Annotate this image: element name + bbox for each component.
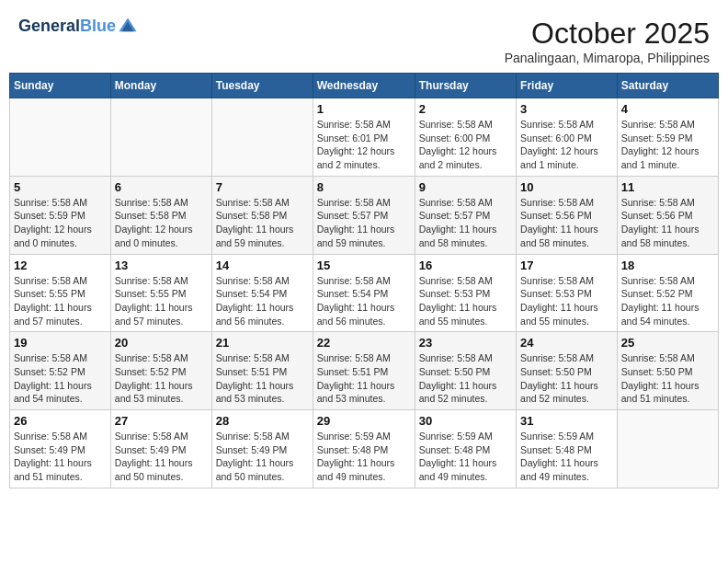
day-info: Sunrise: 5:59 AM Sunset: 5:48 PM Dayligh… bbox=[317, 430, 411, 484]
day-info: Sunrise: 5:58 AM Sunset: 5:59 PM Dayligh… bbox=[14, 196, 107, 250]
day-number: 24 bbox=[520, 336, 613, 350]
logo: GeneralBlue bbox=[18, 17, 138, 37]
location-subtitle: Panalingaan, Mimaropa, Philippines bbox=[505, 51, 710, 65]
day-number: 21 bbox=[216, 336, 309, 350]
calendar-cell: 18Sunrise: 5:58 AM Sunset: 5:52 PM Dayli… bbox=[617, 254, 718, 332]
day-info: Sunrise: 5:58 AM Sunset: 5:54 PM Dayligh… bbox=[317, 274, 411, 328]
day-info: Sunrise: 5:58 AM Sunset: 5:57 PM Dayligh… bbox=[317, 196, 411, 250]
day-info: Sunrise: 5:58 AM Sunset: 5:49 PM Dayligh… bbox=[115, 430, 208, 484]
calendar-cell: 20Sunrise: 5:58 AM Sunset: 5:52 PM Dayli… bbox=[110, 332, 211, 410]
day-number: 18 bbox=[621, 259, 714, 272]
calendar-cell: 17Sunrise: 5:58 AM Sunset: 5:53 PM Dayli… bbox=[517, 254, 618, 332]
day-info: Sunrise: 5:58 AM Sunset: 5:49 PM Dayligh… bbox=[14, 430, 107, 484]
day-info: Sunrise: 5:58 AM Sunset: 5:50 PM Dayligh… bbox=[621, 351, 714, 406]
calendar-cell: 1Sunrise: 5:58 AM Sunset: 6:01 PM Daylig… bbox=[313, 98, 415, 177]
day-info: Sunrise: 5:58 AM Sunset: 5:56 PM Dayligh… bbox=[621, 196, 714, 250]
calendar-cell: 21Sunrise: 5:58 AM Sunset: 5:51 PM Dayli… bbox=[211, 332, 313, 410]
day-number: 1 bbox=[317, 102, 411, 116]
day-info: Sunrise: 5:58 AM Sunset: 5:51 PM Dayligh… bbox=[317, 351, 411, 406]
day-number: 31 bbox=[520, 414, 613, 428]
day-number: 14 bbox=[216, 259, 309, 272]
day-number: 26 bbox=[14, 414, 107, 428]
day-number: 12 bbox=[14, 259, 107, 272]
day-info: Sunrise: 5:58 AM Sunset: 6:01 PM Dayligh… bbox=[317, 118, 411, 172]
calendar-cell: 15Sunrise: 5:58 AM Sunset: 5:54 PM Dayli… bbox=[313, 254, 415, 332]
day-info: Sunrise: 5:58 AM Sunset: 5:53 PM Dayligh… bbox=[419, 274, 512, 328]
calendar-cell: 8Sunrise: 5:58 AM Sunset: 5:57 PM Daylig… bbox=[313, 176, 415, 254]
weekday-monday: Monday bbox=[110, 74, 211, 98]
weekday-tuesday: Tuesday bbox=[211, 74, 313, 98]
day-info: Sunrise: 5:58 AM Sunset: 5:50 PM Dayligh… bbox=[419, 351, 512, 406]
calendar-cell: 16Sunrise: 5:58 AM Sunset: 5:53 PM Dayli… bbox=[415, 254, 516, 332]
day-info: Sunrise: 5:59 AM Sunset: 5:48 PM Dayligh… bbox=[520, 430, 613, 484]
day-number: 2 bbox=[419, 102, 512, 116]
day-number: 23 bbox=[419, 336, 512, 350]
day-number: 6 bbox=[115, 180, 208, 194]
calendar-cell: 10Sunrise: 5:58 AM Sunset: 5:56 PM Dayli… bbox=[517, 176, 618, 254]
day-info: Sunrise: 5:58 AM Sunset: 5:51 PM Dayligh… bbox=[216, 351, 309, 406]
calendar-cell: 28Sunrise: 5:58 AM Sunset: 5:49 PM Dayli… bbox=[211, 410, 313, 488]
day-number: 5 bbox=[14, 180, 107, 194]
calendar-cell: 22Sunrise: 5:58 AM Sunset: 5:51 PM Dayli… bbox=[313, 332, 415, 410]
day-info: Sunrise: 5:58 AM Sunset: 5:58 PM Dayligh… bbox=[216, 196, 309, 250]
day-info: Sunrise: 5:59 AM Sunset: 5:48 PM Dayligh… bbox=[419, 430, 512, 484]
calendar-cell: 4Sunrise: 5:58 AM Sunset: 5:59 PM Daylig… bbox=[617, 98, 718, 177]
day-number: 15 bbox=[317, 259, 411, 272]
day-number: 11 bbox=[621, 180, 714, 194]
calendar-cell bbox=[110, 98, 211, 177]
calendar-week-4: 19Sunrise: 5:58 AM Sunset: 5:52 PM Dayli… bbox=[10, 332, 719, 410]
day-number: 9 bbox=[419, 180, 512, 194]
day-info: Sunrise: 5:58 AM Sunset: 5:50 PM Dayligh… bbox=[520, 351, 613, 406]
day-number: 30 bbox=[419, 414, 512, 428]
weekday-header-row: SundayMondayTuesdayWednesdayThursdayFrid… bbox=[10, 74, 719, 98]
day-info: Sunrise: 5:58 AM Sunset: 5:54 PM Dayligh… bbox=[216, 274, 309, 328]
day-number: 8 bbox=[317, 180, 411, 194]
day-info: Sunrise: 5:58 AM Sunset: 6:00 PM Dayligh… bbox=[520, 118, 613, 172]
day-info: Sunrise: 5:58 AM Sunset: 5:55 PM Dayligh… bbox=[14, 274, 107, 328]
calendar-cell: 5Sunrise: 5:58 AM Sunset: 5:59 PM Daylig… bbox=[10, 176, 111, 254]
day-info: Sunrise: 5:58 AM Sunset: 5:59 PM Dayligh… bbox=[621, 118, 714, 172]
day-number: 4 bbox=[621, 102, 714, 116]
day-info: Sunrise: 5:58 AM Sunset: 5:53 PM Dayligh… bbox=[520, 274, 613, 328]
calendar-cell: 11Sunrise: 5:58 AM Sunset: 5:56 PM Dayli… bbox=[617, 176, 718, 254]
calendar-cell: 9Sunrise: 5:58 AM Sunset: 5:57 PM Daylig… bbox=[415, 176, 516, 254]
day-info: Sunrise: 5:58 AM Sunset: 5:58 PM Dayligh… bbox=[115, 196, 208, 250]
title-area: October 2025 Panalingaan, Mimaropa, Phil… bbox=[505, 17, 710, 65]
day-info: Sunrise: 5:58 AM Sunset: 5:52 PM Dayligh… bbox=[115, 351, 208, 406]
logo-text: GeneralBlue bbox=[18, 17, 116, 36]
day-number: 28 bbox=[216, 414, 309, 428]
calendar-cell: 25Sunrise: 5:58 AM Sunset: 5:50 PM Dayli… bbox=[617, 332, 718, 410]
calendar-cell: 27Sunrise: 5:58 AM Sunset: 5:49 PM Dayli… bbox=[110, 410, 211, 488]
calendar-cell: 14Sunrise: 5:58 AM Sunset: 5:54 PM Dayli… bbox=[211, 254, 313, 332]
calendar-cell: 19Sunrise: 5:58 AM Sunset: 5:52 PM Dayli… bbox=[10, 332, 111, 410]
weekday-wednesday: Wednesday bbox=[313, 74, 415, 98]
day-info: Sunrise: 5:58 AM Sunset: 5:52 PM Dayligh… bbox=[14, 351, 107, 406]
calendar-cell: 12Sunrise: 5:58 AM Sunset: 5:55 PM Dayli… bbox=[10, 254, 111, 332]
day-info: Sunrise: 5:58 AM Sunset: 5:57 PM Dayligh… bbox=[419, 196, 512, 250]
calendar-week-3: 12Sunrise: 5:58 AM Sunset: 5:55 PM Dayli… bbox=[10, 254, 719, 332]
calendar-cell bbox=[617, 410, 718, 488]
day-number: 19 bbox=[14, 336, 107, 350]
calendar-week-5: 26Sunrise: 5:58 AM Sunset: 5:49 PM Dayli… bbox=[10, 410, 719, 488]
day-number: 20 bbox=[115, 336, 208, 350]
calendar-cell: 29Sunrise: 5:59 AM Sunset: 5:48 PM Dayli… bbox=[313, 410, 415, 488]
weekday-friday: Friday bbox=[517, 74, 618, 98]
calendar-week-1: 1Sunrise: 5:58 AM Sunset: 6:01 PM Daylig… bbox=[10, 98, 719, 177]
calendar-cell: 3Sunrise: 5:58 AM Sunset: 6:00 PM Daylig… bbox=[517, 98, 618, 177]
day-number: 16 bbox=[419, 259, 512, 272]
calendar-table: SundayMondayTuesdayWednesdayThursdayFrid… bbox=[9, 73, 719, 488]
day-number: 29 bbox=[317, 414, 411, 428]
calendar-cell: 26Sunrise: 5:58 AM Sunset: 5:49 PM Dayli… bbox=[10, 410, 111, 488]
calendar-cell: 24Sunrise: 5:58 AM Sunset: 5:50 PM Dayli… bbox=[517, 332, 618, 410]
calendar-cell bbox=[211, 98, 313, 177]
calendar-cell bbox=[10, 98, 111, 177]
logo-icon bbox=[118, 17, 138, 37]
day-number: 10 bbox=[520, 180, 613, 194]
day-number: 3 bbox=[520, 102, 613, 116]
day-number: 25 bbox=[621, 336, 714, 350]
weekday-sunday: Sunday bbox=[10, 74, 111, 98]
calendar-week-2: 5Sunrise: 5:58 AM Sunset: 5:59 PM Daylig… bbox=[10, 176, 719, 254]
calendar-cell: 7Sunrise: 5:58 AM Sunset: 5:58 PM Daylig… bbox=[211, 176, 313, 254]
day-number: 22 bbox=[317, 336, 411, 350]
day-number: 17 bbox=[520, 259, 613, 272]
